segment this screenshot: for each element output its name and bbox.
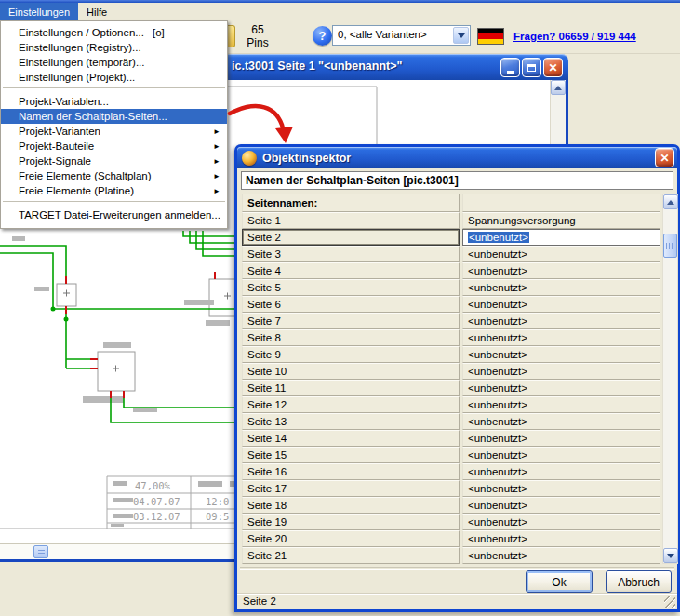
dialog-title: Objektinspektor (262, 152, 351, 165)
resize-grip-icon[interactable] (664, 596, 675, 608)
page-value-cell[interactable]: <unbenutzt> (462, 396, 660, 413)
dialog-header: Namen der Schaltplan-Seiten [pic.t3001] (241, 171, 673, 190)
page-name-cell[interactable]: Seite 16 (242, 463, 460, 480)
dialog-titlebar[interactable]: Objektinspektor ✕ (237, 147, 677, 168)
close-button[interactable]: ✕ (543, 58, 563, 77)
page-name-cell[interactable]: Seite 19 (242, 514, 460, 530)
help-question-icon[interactable]: ? (313, 26, 332, 46)
page-row: Seite 16 <unbenutzt> (242, 463, 660, 480)
page-value-text: <unbenutzt> (468, 265, 527, 276)
page-value-cell[interactable]: <unbenutzt> (462, 279, 660, 296)
page-row: Seite 2 <unbenutzt> (242, 229, 660, 246)
menu-item[interactable]: TARGET Datei-Erweiterungen anmelden... ► (1, 208, 227, 222)
ok-button[interactable]: Ok (526, 570, 593, 593)
page-name-cell[interactable]: Seite 6 (242, 296, 460, 313)
menu-item[interactable]: Projekt-Varianten ► (1, 124, 227, 139)
page-value-text: <unbenutzt> (468, 483, 527, 494)
support-phone-link[interactable]: Fragen? 06659 / 919 444 (513, 31, 636, 42)
page-value-cell[interactable]: <unbenutzt> (462, 530, 660, 547)
page-name-cell[interactable]: Seite 18 (242, 497, 460, 514)
page-row: Seite 19 <unbenutzt> (242, 514, 660, 530)
page-value-text: <unbenutzt> (468, 550, 527, 561)
page-value-text: <unbenutzt> (468, 516, 527, 528)
dialog-close-button[interactable]: ✕ (655, 148, 674, 167)
page-name-cell[interactable]: Seite 7 (242, 313, 460, 329)
page-name-cell[interactable]: Seite 14 (242, 430, 460, 447)
page-value-text: <unbenutzt> (468, 433, 527, 444)
page-row: Seite 13 <unbenutzt> (242, 413, 660, 430)
page-value-cell[interactable]: <unbenutzt> (462, 413, 660, 430)
page-value-cell[interactable]: <unbenutzt> (462, 430, 660, 447)
menu-item[interactable]: ► (1, 201, 227, 208)
maximize-button[interactable] (522, 58, 541, 77)
arrow-up-icon (667, 200, 674, 205)
page-value-cell[interactable]: <unbenutzt> (462, 463, 660, 480)
page-value-cell[interactable]: Spannungsversorgung (462, 212, 660, 229)
page-value-cell[interactable]: <unbenutzt> (462, 480, 660, 497)
menubar-item-einstellungen[interactable]: Einstellungen (0, 3, 78, 20)
menu-item[interactable]: Freie Elemente (Platine) ► (1, 183, 227, 198)
menu-item[interactable]: Projekt-Variablen... ► (1, 94, 227, 109)
dialog-vertical-scrollbar[interactable] (662, 194, 678, 564)
page-value-cell[interactable]: <unbenutzt> (462, 346, 660, 363)
page-name-cell[interactable]: Seite 2 (242, 229, 460, 246)
variant-dropdown[interactable]: 0, <alle Varianten> (332, 25, 471, 46)
page-name-cell[interactable]: Seite 15 (242, 447, 460, 463)
horizontal-scroll-thumb[interactable] (33, 545, 48, 558)
page-value-cell[interactable]: <unbenutzt> (462, 514, 660, 530)
cancel-button[interactable]: Abbruch (606, 570, 672, 593)
menu-item-label: Einstellungen (temporär)... (19, 57, 145, 68)
page-name-cell[interactable]: Seite 21 (242, 547, 460, 564)
page-value-text: <unbenutzt> (468, 248, 527, 260)
page-value-cell[interactable]: <unbenutzt> (462, 380, 660, 396)
menubar-item-hilfe[interactable]: Hilfe (78, 3, 115, 20)
menu-item[interactable]: Projekt-Signale ► (1, 154, 227, 168)
page-value-cell[interactable]: <unbenutzt> (462, 447, 660, 463)
page-row: Seite 7 <unbenutzt> (242, 313, 660, 329)
page-value-cell[interactable]: <unbenutzt> (462, 497, 660, 514)
page-value-text: <unbenutzt> (468, 466, 527, 477)
page-value-cell[interactable]: <unbenutzt> (462, 262, 660, 279)
menu-item[interactable]: Freie Elemente (Schaltplan) ► (1, 168, 227, 183)
page-name-cell[interactable]: Seite 5 (242, 279, 460, 296)
page-name-cell[interactable]: Seite 17 (242, 480, 460, 497)
page-name-cell[interactable]: Seite 1 (242, 212, 460, 229)
dropdown-arrow-button[interactable] (453, 27, 469, 44)
page-name-cell[interactable]: Seite 8 (242, 329, 460, 346)
dialog-scroll-thumb[interactable] (663, 234, 677, 258)
page-name-cell[interactable]: Seite 12 (242, 396, 460, 413)
page-value-cell[interactable]: <unbenutzt> (462, 296, 660, 313)
page-value-cell[interactable]: <unbenutzt> (462, 229, 660, 246)
page-value-text: Spannungsversorgung (468, 215, 576, 226)
page-name-cell[interactable]: Seite 3 (242, 246, 460, 262)
page-name-cell[interactable]: Seite 13 (242, 413, 460, 430)
menu-item-label: Freie Elemente (Platine) (19, 185, 134, 196)
scroll-up-button[interactable] (551, 80, 566, 95)
menu-item[interactable]: Einstellungen (Registry)... ► (1, 40, 227, 55)
page-name-cell[interactable]: Seite 9 (242, 346, 460, 363)
page-value-text: <unbenutzt> (468, 382, 527, 394)
page-name-cell[interactable]: Seite 4 (242, 262, 460, 279)
menu-item[interactable]: Einstellungen (temporär)... ► (1, 55, 227, 70)
minimize-button[interactable] (500, 58, 520, 77)
page-value-cell[interactable]: <unbenutzt> (462, 329, 660, 346)
menu-item[interactable]: Namen der Schaltplan-Seiten... ► (1, 109, 227, 124)
menu-item[interactable]: Projekt-Bauteile ► (1, 139, 227, 154)
menu-item[interactable]: ► (1, 87, 227, 94)
page-value-cell[interactable]: <unbenutzt> (462, 313, 660, 329)
page-value-text: <unbenutzt> (468, 449, 527, 461)
page-name-cell[interactable]: Seite 10 (242, 363, 460, 380)
page-name-cell[interactable]: Seite 11 (242, 380, 460, 396)
page-value-cell[interactable]: <unbenutzt> (462, 363, 660, 380)
page-row: Seite 1 Spannungsversorgung (242, 212, 660, 229)
menu-item[interactable]: Einstellungen (Projekt)... ► (1, 70, 227, 85)
pins-label: Pins (236, 36, 279, 49)
scroll-down-button[interactable] (663, 548, 678, 563)
page-row: Seite 10 <unbenutzt> (242, 363, 660, 380)
page-name-cell[interactable]: Seite 20 (242, 530, 460, 547)
menu-item[interactable]: Einstellungen / Optionen... [o] ► (1, 25, 227, 40)
page-value-cell[interactable]: <unbenutzt> (462, 246, 660, 262)
page-value-cell[interactable]: <unbenutzt> (462, 547, 660, 564)
schematic-window-title: ic.t3001 Seite 1 "<unbenannt>" (232, 60, 402, 73)
scroll-up-button[interactable] (663, 194, 678, 209)
